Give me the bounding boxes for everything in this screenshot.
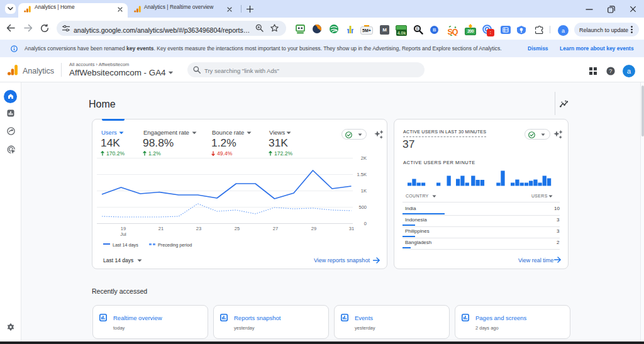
svg-text:Jul: Jul [120,231,126,237]
svg-text:1.5K: 1.5K [357,172,367,177]
svg-text:19: 19 [121,226,126,231]
svg-text:0: 0 [364,221,367,226]
svg-text:B: B [416,26,419,31]
svg-text:Q: Q [452,28,458,36]
svg-text:29: 29 [311,226,316,231]
svg-text:1K: 1K [361,188,367,194]
svg-text:27: 27 [273,226,278,231]
svg-text:500: 500 [358,204,367,210]
svg-text:25: 25 [235,226,240,231]
svg-text:2K: 2K [361,156,367,161]
svg-text:31: 31 [349,226,354,231]
svg-text:23: 23 [196,226,201,231]
svg-text:B: B [433,27,436,33]
svg-text:?: ? [609,68,612,74]
svg-text:21: 21 [158,226,164,231]
